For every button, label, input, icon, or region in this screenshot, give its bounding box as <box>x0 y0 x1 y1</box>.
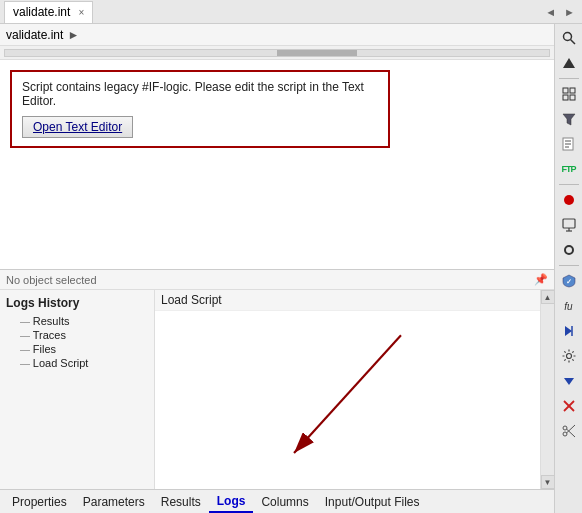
no-object-bar: No object selected 📌 <box>0 270 554 290</box>
svg-marker-4 <box>563 58 575 68</box>
page-button[interactable] <box>557 132 581 156</box>
nav-right-arrow[interactable]: ► <box>561 6 578 18</box>
svg-marker-18 <box>565 326 572 336</box>
bottom-tabs: Properties Parameters Results Logs Colum… <box>0 489 554 513</box>
tab-nav: ◄ ► <box>542 6 578 18</box>
arrow-indicator <box>155 311 540 488</box>
search-button[interactable] <box>557 26 581 50</box>
svg-line-1 <box>294 335 401 453</box>
tab-label: validate.int <box>13 5 70 19</box>
breadcrumb-text: validate.int <box>6 28 63 42</box>
svg-marker-21 <box>564 378 574 385</box>
filter-icon <box>562 112 576 126</box>
arrow-up-button[interactable] <box>557 51 581 75</box>
warning-box: Script contains legacy #IF-logic. Please… <box>10 70 390 148</box>
load-script-title: Load Script <box>155 290 540 311</box>
tab-logs[interactable]: Logs <box>209 491 254 513</box>
load-script-scrollbar[interactable]: ▲ ▼ <box>540 290 554 489</box>
bottom-panel: No object selected 📌 Logs History Result… <box>0 269 554 489</box>
tab-inputoutput-files[interactable]: Input/Output Files <box>317 492 428 512</box>
svg-rect-7 <box>563 95 568 100</box>
text-button[interactable]: fu <box>557 294 581 318</box>
tab-parameters[interactable]: Parameters <box>75 492 153 512</box>
close-button[interactable] <box>557 394 581 418</box>
load-script-content <box>155 311 540 488</box>
tab-properties[interactable]: Properties <box>4 492 75 512</box>
filter-button[interactable] <box>557 107 581 131</box>
stop-button[interactable] <box>557 238 581 262</box>
separator-2 <box>559 184 579 185</box>
chevron-down-button[interactable] <box>557 369 581 393</box>
ftp-icon: FTP <box>562 164 576 174</box>
svg-rect-5 <box>563 88 568 93</box>
main-container: validate.int ► Script contains legacy #I… <box>0 24 582 513</box>
warning-message: Script contains legacy #IF-logic. Please… <box>22 80 378 108</box>
open-text-editor-button[interactable]: Open Text Editor <box>22 116 133 138</box>
logs-item-results[interactable]: Results <box>0 314 154 328</box>
top-scrollbar[interactable] <box>0 46 554 60</box>
no-object-label: No object selected <box>6 274 97 286</box>
content-area: validate.int ► Script contains legacy #I… <box>0 24 554 513</box>
breadcrumb-arrow: ► <box>67 28 79 42</box>
editor-area: Script contains legacy #IF-logic. Please… <box>0 60 554 269</box>
right-toolbar: FTP ✓ fu <box>554 24 582 513</box>
cut-icon <box>562 424 576 438</box>
breadcrumb: validate.int ► <box>0 24 554 46</box>
logs-item-load-script[interactable]: Load Script <box>0 356 154 370</box>
scroll-down-button[interactable]: ▼ <box>541 475 555 489</box>
cut-button[interactable] <box>557 419 581 443</box>
svg-marker-9 <box>563 114 575 125</box>
arrow-up-icon <box>562 56 576 70</box>
gear-icon <box>562 349 576 363</box>
load-script-area: Load Script <box>155 290 540 489</box>
title-bar: validate.int × ◄ ► <box>0 0 582 24</box>
fu-icon: fu <box>564 301 572 312</box>
logs-panel: Logs History Results Traces Files Load S… <box>0 290 554 489</box>
stop-icon <box>564 245 574 255</box>
scrollbar-thumb-h[interactable] <box>277 50 357 56</box>
chevron-right-icon <box>562 324 576 338</box>
separator-3 <box>559 265 579 266</box>
gear-button[interactable] <box>557 344 581 368</box>
scroll-up-button[interactable]: ▲ <box>541 290 555 304</box>
active-tab[interactable]: validate.int × <box>4 1 93 23</box>
svg-point-20 <box>566 354 571 359</box>
striped-icon <box>562 137 576 151</box>
monitor-icon <box>562 218 576 232</box>
svg-line-26 <box>566 429 575 437</box>
pin-icon[interactable]: 📌 <box>534 273 548 286</box>
search-icon <box>562 31 576 45</box>
svg-rect-14 <box>563 219 575 228</box>
svg-rect-6 <box>570 88 575 93</box>
scroll-track-v[interactable] <box>541 304 554 475</box>
chevron-right-button[interactable] <box>557 319 581 343</box>
nav-left-arrow[interactable]: ◄ <box>542 6 559 18</box>
record-icon <box>564 195 574 205</box>
svg-rect-8 <box>570 95 575 100</box>
monitor-button[interactable] <box>557 213 581 237</box>
svg-line-3 <box>570 40 575 45</box>
grid-icon <box>562 87 576 101</box>
logs-history-sidebar: Logs History Results Traces Files Load S… <box>0 290 155 489</box>
shield-button[interactable]: ✓ <box>557 269 581 293</box>
scrollbar-track-h[interactable] <box>4 49 550 57</box>
logs-item-files[interactable]: Files <box>0 342 154 356</box>
logs-history-title: Logs History <box>0 294 154 314</box>
logs-item-traces[interactable]: Traces <box>0 328 154 342</box>
record-button[interactable] <box>557 188 581 212</box>
tab-columns[interactable]: Columns <box>253 492 316 512</box>
svg-text:✓: ✓ <box>566 278 572 285</box>
chevron-down-icon <box>562 374 576 388</box>
ftp-button[interactable]: FTP <box>557 157 581 181</box>
close-icon <box>562 399 576 413</box>
tab-results[interactable]: Results <box>153 492 209 512</box>
shield-icon: ✓ <box>562 274 576 288</box>
svg-line-27 <box>566 425 575 433</box>
tab-close-button[interactable]: × <box>78 7 84 18</box>
grid-button[interactable] <box>557 82 581 106</box>
svg-point-2 <box>563 33 571 41</box>
separator-1 <box>559 78 579 79</box>
